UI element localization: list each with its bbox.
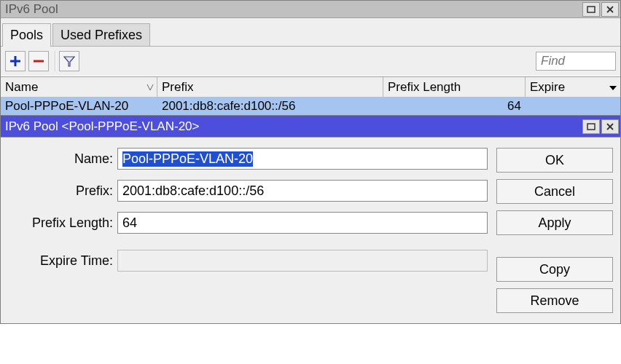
dialog-body: Name: Pool-PPPoE-VLAN-20 Prefix: Prefix … [1,138,620,323]
label-name: Name: [8,151,117,167]
maximize-icon [587,123,595,130]
tab-strip: Pools Used Prefixes [1,23,620,46]
label-expire-time: Expire Time: [8,253,117,269]
column-prefix-length[interactable]: Prefix Length [383,77,526,97]
column-expire[interactable]: Expire [526,77,620,97]
column-expire-label: Expire [530,80,565,95]
remove-dialog-button[interactable]: Remove [496,288,613,313]
column-menu-icon[interactable] [609,80,617,95]
cancel-button[interactable]: Cancel [496,179,613,204]
cell-prefix: 2001:db8:cafe:d100::/56 [157,99,383,114]
main-title: IPv6 Pool [5,2,582,17]
form-row-prefix-length: Prefix Length: [8,212,488,234]
apply-button[interactable]: Apply [496,210,613,235]
toolbar-separator [55,51,56,71]
maximize-icon [587,6,595,13]
svg-rect-0 [587,7,595,12]
column-name[interactable]: Name [1,77,157,97]
ok-button[interactable]: OK [496,148,613,173]
dialog-maximize-button[interactable] [582,119,600,134]
dialog-close-button[interactable] [601,119,619,134]
filter-icon [63,55,76,68]
svg-rect-8 [587,124,595,130]
cell-name: Pool-PPPoE-VLAN-20 [1,99,157,114]
copy-button[interactable]: Copy [496,257,613,282]
name-field-value: Pool-PPPoE-VLAN-20 [122,151,253,167]
svg-marker-6 [64,57,74,66]
filter-button[interactable] [59,51,79,71]
remove-icon [32,55,45,68]
close-icon [606,5,614,14]
toolbar [1,46,620,76]
name-field[interactable]: Pool-PPPoE-VLAN-20 [117,148,488,170]
add-icon [9,55,22,68]
main-titlebar: IPv6 Pool [1,1,620,18]
column-prefix[interactable]: Prefix [157,77,383,97]
close-icon [606,122,614,131]
dialog-title: IPv6 Pool <Pool-PPPoE-VLAN-20> [5,119,582,134]
expire-time-field[interactable] [117,250,488,272]
maximize-button[interactable] [582,2,600,17]
sort-indicator-icon [147,80,154,95]
table-row[interactable]: Pool-PPPoE-VLAN-20 2001:db8:cafe:d100::/… [1,97,620,115]
column-name-label: Name [5,80,38,95]
form-row-prefix: Prefix: [8,180,488,202]
edit-pool-dialog: IPv6 Pool <Pool-PPPoE-VLAN-20> Name: Poo… [1,115,620,323]
close-button[interactable] [601,2,619,17]
button-column: OK Cancel Apply Copy Remove [496,148,613,313]
label-prefix-length: Prefix Length: [8,215,117,231]
label-prefix: Prefix: [8,183,117,199]
form-column: Name: Pool-PPPoE-VLAN-20 Prefix: Prefix … [8,148,488,313]
column-headers: Name Prefix Prefix Length Expire [1,76,620,97]
find-input[interactable] [536,52,616,71]
tab-used-prefixes[interactable]: Used Prefixes [52,23,150,47]
add-button[interactable] [5,51,26,71]
form-row-expire-time: Expire Time: [8,250,488,272]
dialog-titlebar: IPv6 Pool <Pool-PPPoE-VLAN-20> [1,116,620,138]
cell-prefix-length: 64 [383,99,526,114]
remove-button[interactable] [28,51,49,71]
form-row-name: Name: Pool-PPPoE-VLAN-20 [8,148,488,170]
svg-marker-7 [609,86,617,90]
prefix-length-field[interactable] [117,212,488,234]
tab-pools[interactable]: Pools [2,23,51,47]
ipv6-pool-window: IPv6 Pool Pools Used Prefixes Name [0,0,621,324]
prefix-field[interactable] [117,180,488,202]
